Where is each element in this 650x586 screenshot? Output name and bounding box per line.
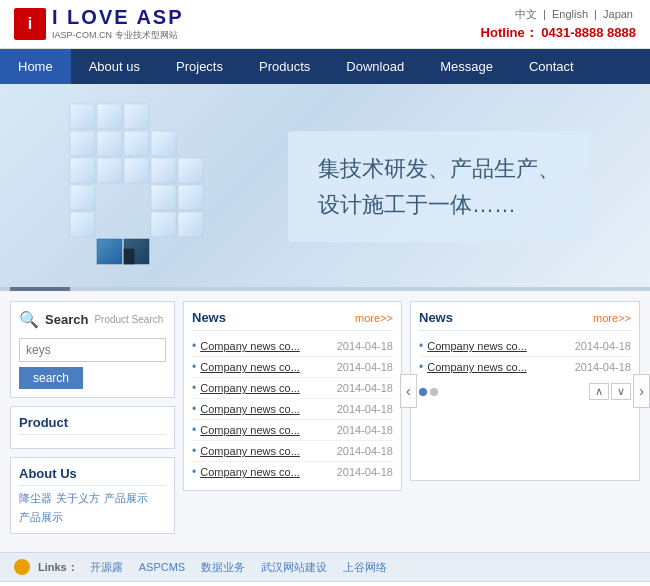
logo-subtitle: IASP-COM.CN 专业技术型网站 bbox=[52, 29, 184, 42]
footer: Home | About us | Projects | Products | … bbox=[0, 581, 650, 586]
news-date-0: 2014-04-18 bbox=[337, 340, 393, 352]
lang-jp[interactable]: Japan bbox=[603, 8, 633, 20]
nav-message[interactable]: Message bbox=[422, 49, 511, 84]
hero-banner: 集技术研发、产品生产、 设计施工于一体…… bbox=[0, 84, 650, 289]
link-4[interactable]: 武汉网站建设 bbox=[261, 560, 327, 575]
right-news-item-0: • Company news co... 2014-04-18 bbox=[419, 336, 631, 357]
hero-cubes-decoration bbox=[60, 94, 290, 289]
top-right: 中文 | English | Japan Hotline： 0431-8888 … bbox=[481, 7, 636, 42]
about-section: About Us 降尘器 关于义方 产品展示 产品展示 bbox=[10, 457, 175, 534]
lang-links: 中文 | English | Japan bbox=[512, 7, 636, 22]
news-center-title: News bbox=[192, 310, 226, 325]
news-date-4: 2014-04-18 bbox=[337, 424, 393, 436]
svg-rect-2 bbox=[124, 104, 149, 129]
right-column: ‹ News more>> • Company news co... 2014-… bbox=[410, 301, 640, 542]
right-news-panel: News more>> • Company news co... 2014-04… bbox=[410, 301, 640, 481]
bullet-3: • bbox=[192, 402, 196, 416]
news-date-1: 2014-04-18 bbox=[337, 361, 393, 373]
svg-rect-14 bbox=[178, 185, 203, 210]
logo-text: I LOVE ASP IASP-COM.CN 专业技术型网站 bbox=[52, 6, 184, 42]
bullet-6: • bbox=[192, 465, 196, 479]
cubes-svg bbox=[60, 94, 280, 289]
news-title-3[interactable]: Company news co... bbox=[200, 403, 331, 415]
dot-2[interactable] bbox=[430, 388, 438, 396]
lang-cn[interactable]: 中文 bbox=[515, 8, 537, 20]
news-items-list: • Company news co... 2014-04-18 • Compan… bbox=[192, 336, 393, 482]
about-link-3[interactable]: 产品展示 bbox=[104, 491, 148, 506]
main-content: 🔍 Search Product Search search Product A… bbox=[0, 291, 650, 552]
news-item-6: • Company news co... 2014-04-18 bbox=[192, 462, 393, 482]
svg-rect-10 bbox=[151, 158, 176, 183]
news-title-4[interactable]: Company news co... bbox=[200, 424, 331, 436]
svg-rect-8 bbox=[97, 158, 122, 183]
nav-about[interactable]: About us bbox=[71, 49, 158, 84]
link-3[interactable]: 数据业务 bbox=[201, 560, 245, 575]
link-1[interactable]: 开源露 bbox=[90, 560, 123, 575]
svg-rect-1 bbox=[97, 104, 122, 129]
news-panel: News more>> • Company news co... 2014-04… bbox=[183, 301, 402, 491]
hero-scrollbar bbox=[0, 287, 650, 291]
search-title: 🔍 Search Product Search bbox=[19, 310, 166, 329]
hotline-number: 0431-8888 8888 bbox=[541, 25, 636, 40]
news-title-0[interactable]: Company news co... bbox=[200, 340, 331, 352]
nav-home[interactable]: Home bbox=[0, 49, 71, 84]
link-2[interactable]: ASPCMS bbox=[139, 561, 185, 573]
nav-download[interactable]: Download bbox=[328, 49, 422, 84]
right-bullet-0: • bbox=[419, 339, 423, 353]
prev-btn[interactable]: ∧ bbox=[589, 383, 609, 400]
about-section-title: About Us bbox=[19, 466, 166, 486]
hero-text-line2: 设计施工于一体…… bbox=[318, 187, 560, 222]
right-news-more[interactable]: more>> bbox=[593, 312, 631, 324]
right-news-header: News more>> bbox=[419, 310, 631, 331]
svg-rect-17 bbox=[178, 212, 203, 237]
nav-products[interactable]: Products bbox=[241, 49, 328, 84]
logo-area: i I LOVE ASP IASP-COM.CN 专业技术型网站 bbox=[14, 6, 184, 42]
sidebar: 🔍 Search Product Search search Product A… bbox=[10, 301, 175, 542]
logo-title: I LOVE ASP bbox=[52, 6, 184, 29]
news-item-0: • Company news co... 2014-04-18 bbox=[192, 336, 393, 357]
link-5[interactable]: 上谷网络 bbox=[343, 560, 387, 575]
search-icon: 🔍 bbox=[19, 310, 39, 329]
search-subtitle: Product Search bbox=[94, 314, 163, 325]
news-center-more[interactable]: more>> bbox=[355, 312, 393, 324]
svg-rect-20 bbox=[124, 249, 134, 264]
about-link-1[interactable]: 降尘器 bbox=[19, 491, 52, 506]
news-date-3: 2014-04-18 bbox=[337, 403, 393, 415]
right-news-items-list: • Company news co... 2014-04-18 • Compan… bbox=[419, 336, 631, 377]
lang-en[interactable]: English bbox=[552, 8, 588, 20]
search-label: Search bbox=[45, 312, 88, 327]
news-center-column: News more>> • Company news co... 2014-04… bbox=[183, 301, 402, 542]
next-btn[interactable]: ∨ bbox=[611, 383, 631, 400]
hero-scroll-thumb bbox=[10, 287, 70, 291]
about-link-4[interactable]: 产品展示 bbox=[19, 510, 63, 525]
news-title-6[interactable]: Company news co... bbox=[200, 466, 331, 478]
svg-rect-5 bbox=[124, 131, 149, 156]
news-item-1: • Company news co... 2014-04-18 bbox=[192, 357, 393, 378]
right-news-title-1[interactable]: Company news co... bbox=[427, 361, 569, 373]
right-news-title-0[interactable]: Company news co... bbox=[427, 340, 569, 352]
hero-text-box: 集技术研发、产品生产、 设计施工于一体…… bbox=[288, 131, 590, 241]
carousel-right-arrow[interactable]: › bbox=[633, 374, 650, 408]
news-title-1[interactable]: Company news co... bbox=[200, 361, 331, 373]
nav-projects[interactable]: Projects bbox=[158, 49, 241, 84]
nav-contact[interactable]: Contact bbox=[511, 49, 592, 84]
svg-rect-15 bbox=[70, 212, 95, 237]
svg-rect-18 bbox=[97, 239, 122, 264]
links-bar: Links： 开源露 ASPCMS 数据业务 武汉网站建设 上谷网络 bbox=[0, 552, 650, 581]
news-item-4: • Company news co... 2014-04-18 bbox=[192, 420, 393, 441]
svg-rect-13 bbox=[151, 185, 176, 210]
dot-1[interactable] bbox=[419, 388, 427, 396]
news-date-6: 2014-04-18 bbox=[337, 466, 393, 478]
news-header: News more>> bbox=[192, 310, 393, 331]
about-link-2[interactable]: 关于义方 bbox=[56, 491, 100, 506]
links-label: Links： bbox=[38, 560, 78, 575]
logo-icon: i bbox=[14, 8, 46, 40]
news-title-2[interactable]: Company news co... bbox=[200, 382, 331, 394]
news-title-5[interactable]: Company news co... bbox=[200, 445, 331, 457]
svg-rect-12 bbox=[70, 185, 95, 210]
search-button[interactable]: search bbox=[19, 367, 83, 389]
carousel-left-arrow[interactable]: ‹ bbox=[400, 374, 417, 408]
about-links: 降尘器 关于义方 产品展示 产品展示 bbox=[19, 491, 166, 525]
search-input[interactable] bbox=[19, 338, 166, 362]
svg-rect-9 bbox=[124, 158, 149, 183]
